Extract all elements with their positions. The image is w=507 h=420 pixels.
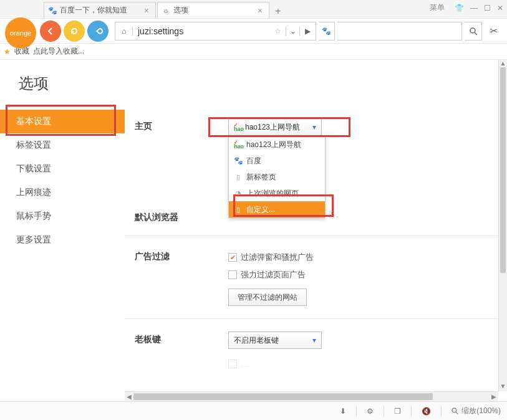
svg-line-1 — [475, 32, 477, 35]
bosskey-dropdown[interactable]: 不启用老板键 ▾ — [228, 332, 322, 349]
refresh-button[interactable] — [64, 21, 85, 42]
checkbox-strong-filter[interactable]: 强力过滤页面广告 — [228, 266, 498, 284]
vertical-scrollbar[interactable]: ▲ ▼ — [498, 60, 507, 391]
scrollbar-thumb[interactable] — [500, 67, 506, 273]
menu-button[interactable]: 菜单 — [430, 2, 445, 13]
logo-text: orange — [10, 29, 31, 37]
tab-label: 百度一下，你就知道 — [60, 5, 127, 16]
undo-icon — [93, 26, 103, 36]
mute-icon[interactable]: 🔇 — [422, 407, 431, 416]
search-input[interactable] — [337, 22, 462, 41]
search-button[interactable] — [465, 22, 482, 41]
option-label: 自定义... — [246, 204, 275, 215]
home-icon[interactable]: ⌂ — [115, 27, 133, 36]
sidebar-item-label: 更多设置 — [16, 234, 51, 246]
screenshot-icon[interactable]: ✂ — [485, 25, 502, 37]
sidebar-item-download[interactable]: 下载设置 — [0, 157, 125, 181]
url-input[interactable] — [133, 26, 269, 36]
close-window-icon[interactable]: ✕ — [497, 4, 503, 12]
zoom-control[interactable]: 缩放(100%) — [451, 406, 501, 416]
sidebar-item-more[interactable]: 更多设置 — [0, 228, 125, 252]
section-label: 主页 — [135, 118, 228, 136]
dropdown-option-hao123[interactable]: hao hao123上网导航 — [229, 136, 325, 153]
homepage-dropdown[interactable]: hao hao123上网导航 ▾ — [228, 118, 322, 136]
close-icon[interactable]: × — [143, 6, 150, 16]
bookmark-star-icon[interactable]: ☆ — [269, 27, 286, 36]
section-label: 广告过滤 — [135, 249, 228, 306]
sidebar-item-label: 上网痕迹 — [16, 187, 51, 198]
separator — [411, 406, 412, 417]
option-label: hao123上网导航 — [246, 140, 301, 150]
settings-gear-icon[interactable]: ⚙ — [367, 407, 374, 416]
zoom-label: 缩放(100%) — [461, 406, 501, 416]
svg-point-0 — [470, 28, 475, 33]
homepage-dropdown-menu: hao hao123上网导航 🐾 百度 ▯ 新标签页 ◔ — [228, 136, 326, 218]
divider — [125, 318, 498, 319]
scroll-left-icon[interactable]: ◀ — [125, 392, 133, 401]
undo-close-button[interactable] — [87, 21, 109, 42]
settings-content: 主页 hao hao123上网导航 ▾ hao hao123上网导航 🐾 — [125, 110, 498, 401]
download-icon[interactable]: ⬇ — [340, 407, 346, 416]
restore-icon[interactable]: ❐ — [394, 407, 401, 416]
address-dropdown-icon[interactable]: ⌄ — [286, 27, 299, 36]
scroll-down-icon[interactable]: ▼ — [499, 383, 507, 391]
checkbox-popup-filter[interactable]: ✔ 过滤弹窗和骚扰广告 — [228, 249, 498, 266]
svg-point-2 — [452, 408, 456, 412]
tab-settings[interactable]: ☼ 选项 × — [157, 2, 269, 18]
dropdown-option-custom[interactable]: ▯ 自定义... — [229, 201, 325, 217]
manage-whitelist-button[interactable]: 管理不过滤的网站 — [228, 289, 307, 306]
refresh-icon — [69, 26, 79, 36]
import-bookmarks-link[interactable]: 点此导入收藏... — [33, 46, 84, 57]
scrollbar-thumb[interactable] — [133, 393, 433, 400]
section-homepage: 主页 hao hao123上网导航 ▾ hao hao123上网导航 🐾 — [135, 110, 498, 145]
paw-icon: 🐾 — [234, 156, 243, 165]
horizontal-scrollbar[interactable]: ◀ ▶ — [125, 391, 498, 401]
sidebar-item-history[interactable]: 上网痕迹 — [0, 181, 125, 204]
new-tab-button[interactable]: + — [271, 4, 286, 18]
caret-down-icon: ▾ — [312, 336, 316, 345]
separator — [441, 406, 442, 417]
dropdown-option-baidu[interactable]: 🐾 百度 — [229, 153, 325, 169]
address-bar: ⌂ ☆ ⌄ ▶ — [115, 22, 316, 41]
svg-line-3 — [456, 411, 458, 413]
magnifier-icon — [451, 408, 459, 415]
clock-icon: ◔ — [234, 189, 243, 198]
star-icon: ★ — [4, 47, 11, 56]
page-title: 选项 — [0, 60, 507, 105]
dropdown-option-lastpages[interactable]: ◔ 上次浏览的网页 — [229, 185, 325, 201]
dropdown-option-newtab[interactable]: ▯ 新标签页 — [229, 169, 325, 185]
sidebar-item-label: 标签设置 — [16, 140, 51, 151]
separator — [356, 406, 357, 417]
skin-icon[interactable]: 👕 — [455, 4, 464, 12]
back-button[interactable] — [40, 21, 61, 42]
go-icon[interactable]: ▶ — [299, 27, 316, 36]
hao123-icon: hao — [234, 123, 243, 131]
gear-icon: ☼ — [162, 6, 170, 15]
sidebar-item-label: 鼠标手势 — [16, 211, 51, 222]
page-icon: ▯ — [234, 205, 243, 214]
checkbox-disabled: … — [228, 355, 498, 373]
page-body: 选项 基本设置 标签设置 下载设置 上网痕迹 鼠标手势 更多设置 主页 hao … — [0, 60, 507, 401]
section-label: 默认浏览器 — [135, 209, 228, 223]
maximize-icon[interactable]: ☐ — [484, 4, 491, 12]
checkbox-icon — [228, 270, 237, 279]
sidebar-item-tabs[interactable]: 标签设置 — [0, 133, 125, 157]
truncated-text: 器。 — [328, 210, 343, 219]
page-icon: ▯ — [234, 173, 243, 181]
tab-label: 选项 — [173, 5, 188, 16]
sidebar-item-basic[interactable]: 基本设置 — [0, 110, 125, 133]
status-bar: ⬇ ⚙ ❐ 🔇 缩放(100%) — [0, 401, 507, 420]
settings-layout: 基本设置 标签设置 下载设置 上网痕迹 鼠标手势 更多设置 主页 hao hao… — [0, 110, 498, 401]
sidebar-item-gestures[interactable]: 鼠标手势 — [0, 204, 125, 228]
search-engine-icon[interactable]: 🐾 — [319, 22, 335, 41]
scroll-right-icon[interactable]: ▶ — [490, 392, 498, 401]
section-bosskey: 老板键 不启用老板键 ▾ … — [135, 323, 498, 381]
tab-baidu[interactable]: 🐾 百度一下，你就知道 × — [44, 2, 156, 18]
close-icon[interactable]: × — [256, 6, 264, 16]
browser-logo: orange — [5, 17, 36, 49]
tab-strip: 🐾 百度一下，你就知道 × ☼ 选项 × + — [44, 0, 286, 18]
minimize-icon[interactable]: — — [470, 4, 478, 12]
option-label: 新标签页 — [246, 172, 276, 183]
section-label: 老板键 — [135, 332, 228, 373]
title-bar: 🐾 百度一下，你就知道 × ☼ 选项 × + 菜单 👕 — ☐ ✕ — [0, 0, 507, 19]
